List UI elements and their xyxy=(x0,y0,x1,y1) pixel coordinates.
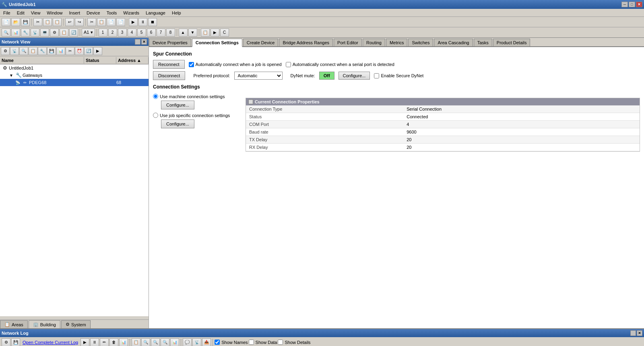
num-btn-7[interactable]: 7 xyxy=(157,29,165,37)
tb-btn-1[interactable]: ✂ xyxy=(87,18,96,26)
copy-button[interactable]: 📋 xyxy=(43,18,52,26)
ccp-collapse-btn[interactable]: ─ xyxy=(248,99,253,104)
show-names-checkbox[interactable] xyxy=(215,340,220,345)
num-btn-3[interactable]: 3 xyxy=(118,29,127,37)
tb2-icon3[interactable]: 🔧 xyxy=(21,29,30,37)
nv-tb-btn5[interactable]: 🔧 xyxy=(38,47,47,55)
tab-building[interactable]: 🏢 Building xyxy=(29,320,60,328)
num-btn-2[interactable]: 2 xyxy=(108,29,117,37)
log-clear-btn[interactable]: 🗑 xyxy=(109,338,118,346)
configure-dynet-button[interactable]: Configure... xyxy=(339,72,370,80)
tb2-icon7[interactable]: 📋 xyxy=(60,29,68,37)
nv-tb-btn7[interactable]: 📊 xyxy=(56,47,65,55)
tab-port-editor[interactable]: Port Editor xyxy=(334,39,362,46)
tab-tasks[interactable]: Tasks xyxy=(474,39,492,46)
tab-routing[interactable]: Routing xyxy=(363,39,385,46)
tb-btn-2[interactable]: 📋 xyxy=(97,18,106,26)
show-data-checkbox[interactable] xyxy=(249,340,254,345)
nv-tb-btn6[interactable]: 💾 xyxy=(47,47,56,55)
nv-close-button[interactable]: ✕ xyxy=(141,39,147,45)
nv-scrollbar[interactable] xyxy=(0,316,149,319)
tb2-icon4[interactable]: 📡 xyxy=(31,29,39,37)
menu-item-edit[interactable]: Edit xyxy=(14,10,28,16)
new-button[interactable]: 📄 xyxy=(2,18,10,26)
maximize-button[interactable]: □ xyxy=(629,2,635,7)
menu-item-wizards[interactable]: Wizards xyxy=(120,10,142,16)
menu-item-view[interactable]: View xyxy=(28,10,44,16)
open-log-label[interactable]: Open Complete Current Log xyxy=(23,340,78,345)
arrow-down-button[interactable]: ▼ xyxy=(188,29,197,37)
nv-tb-btn1[interactable]: ⚙ xyxy=(1,47,10,55)
log-pause-btn[interactable]: ⏸ xyxy=(90,338,99,346)
num-btn-6[interactable]: 6 xyxy=(147,29,156,37)
close-button[interactable]: ✕ xyxy=(636,2,642,7)
tb2-extra1[interactable]: 📋 xyxy=(201,29,210,37)
tb2-extra2[interactable]: ▶ xyxy=(211,29,219,37)
num-btn-1[interactable]: 1 xyxy=(99,29,107,37)
tab-product-details[interactable]: Product Details xyxy=(493,39,530,46)
tb-btn-6[interactable]: ⏸ xyxy=(138,18,147,26)
menu-item-file[interactable]: File xyxy=(0,10,14,16)
tab-area-cascading[interactable]: Area Cascading xyxy=(434,39,473,46)
radio-machine-settings-input[interactable] xyxy=(153,94,158,99)
log-tb9[interactable]: 📥 xyxy=(202,338,211,346)
dynet-mute-button[interactable]: Off xyxy=(319,72,334,80)
tab-areas[interactable]: 📋 Areas xyxy=(0,320,28,328)
preferred-protocol-select[interactable]: Automatic Serial Ethernet xyxy=(234,72,283,80)
open-button[interactable]: 📂 xyxy=(11,18,20,26)
log-tb4[interactable]: 🔍 xyxy=(151,338,160,346)
tb2-icon1[interactable]: 🔍 xyxy=(2,29,10,37)
log-tb1[interactable]: 📊 xyxy=(119,338,128,346)
redo-button[interactable]: ↪ xyxy=(75,18,84,26)
tab-bridge-address-ranges[interactable]: Bridge Address Ranges xyxy=(279,39,333,46)
tab-system[interactable]: ⚙ System xyxy=(61,320,91,328)
num-btn-8[interactable]: 8 xyxy=(166,29,175,37)
paste-button[interactable]: 📋 xyxy=(53,18,62,26)
undo-button[interactable]: ↩ xyxy=(65,18,74,26)
secure-dynet-checkbox[interactable] xyxy=(374,73,379,78)
log-tb2[interactable]: 📋 xyxy=(132,338,140,346)
cut-button[interactable]: ✂ xyxy=(33,18,42,26)
menu-item-insert[interactable]: Insert xyxy=(66,10,83,16)
auto-connect-serial-checkbox[interactable] xyxy=(286,62,291,67)
log-save-btn[interactable]: 💾 xyxy=(11,338,20,346)
menu-item-window[interactable]: Window xyxy=(43,10,66,16)
nv-tb-btn2[interactable]: 📡 xyxy=(10,47,19,55)
menu-item-tools[interactable]: Tools xyxy=(103,10,120,16)
tb-btn-4[interactable]: 📄 xyxy=(116,18,125,26)
log-tb3[interactable]: 🔍 xyxy=(141,338,150,346)
radio-job-settings-input[interactable] xyxy=(153,113,158,118)
tab-device-properties[interactable]: Device Properties xyxy=(149,39,191,46)
show-details-checkbox[interactable] xyxy=(278,340,283,345)
tab-connection-settings[interactable]: Connection Settings xyxy=(192,39,242,47)
nv-tb-btn8[interactable]: ✂ xyxy=(66,47,74,55)
nv-tb-btn10[interactable]: 🔄 xyxy=(84,47,93,55)
log-close-button[interactable]: ✕ xyxy=(637,330,642,336)
tb2-icon6[interactable]: ⚙ xyxy=(50,29,59,37)
nv-tb-arrow[interactable]: ▶ xyxy=(93,47,102,55)
num-btn-5[interactable]: 5 xyxy=(137,29,146,37)
menu-item-language[interactable]: Language xyxy=(142,10,169,16)
log-load-btn[interactable]: ⚙ xyxy=(2,338,10,346)
nv-tb-btn9[interactable]: ⏰ xyxy=(75,47,84,55)
tb2-icon5[interactable]: 💻 xyxy=(40,29,49,37)
tab-create-device[interactable]: Create Device xyxy=(243,39,279,46)
auto-connect-job-checkbox[interactable] xyxy=(189,62,194,67)
nv-pin-button[interactable] xyxy=(135,39,140,45)
tab-switches[interactable]: Switches xyxy=(408,39,433,46)
log-tb6[interactable]: 📊 xyxy=(170,338,179,346)
tree-item-job[interactable]: ⚙ UntitledJob1 xyxy=(0,64,149,72)
nv-tb-btn4[interactable]: 📋 xyxy=(29,47,37,55)
log-tb7[interactable]: 💬 xyxy=(183,338,192,346)
configure-job-button[interactable]: Configure... xyxy=(161,119,194,128)
save-button[interactable]: 💾 xyxy=(21,18,30,26)
tb2-icon2[interactable]: 📊 xyxy=(11,29,20,37)
log-tb5[interactable]: 🔍 xyxy=(161,338,169,346)
tb-btn-5[interactable]: ▶ xyxy=(129,18,138,26)
log-tb8[interactable]: 📡 xyxy=(192,338,201,346)
minimize-button[interactable]: ─ xyxy=(621,2,628,7)
tree-item-pdeg68[interactable]: 📡 ✏ PDEG68 68 xyxy=(0,79,149,86)
a1-dropdown[interactable]: A1 ▾ xyxy=(82,29,95,37)
reconnect-button[interactable]: Reconnect xyxy=(153,60,185,69)
tb-btn-7[interactable]: ⏹ xyxy=(148,18,157,26)
